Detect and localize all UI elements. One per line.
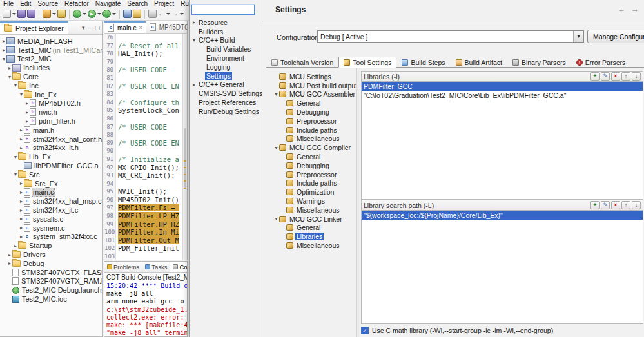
menu-refactor[interactable]: Refactor [61,0,92,8]
maximize-icon[interactable]: ▢ [94,24,100,31]
tree-item-stm32f4xx-it-c[interactable]: ▸stm32f4xx_it.c [0,206,102,215]
tree-item-builders[interactable]: Builders [190,27,262,36]
collapsed-arrow-icon[interactable]: ▸ [19,189,24,195]
tree-item-preprocessor[interactable]: Preprocessor [272,170,356,179]
library-search-path-list[interactable]: "${workspace_loc:/${ProjName}/Core/Lib_E… [361,210,643,324]
filter-input[interactable] [191,5,255,15]
tree-item-mcu-gcc-compiler[interactable]: ▾MCU GCC Compiler [272,143,356,152]
tab-build-steps[interactable]: Build Steps [396,57,450,68]
move-down-icon[interactable]: ↓ [632,201,641,209]
tree-item-environment[interactable]: Environment [190,53,262,63]
tree-item-resource[interactable]: ▸Resource [190,18,262,27]
tree-item-system-stm32f4xx-c[interactable]: ▸system_stm32f4xx.c [0,233,102,242]
tree-item-optimization[interactable]: Optimization [272,188,356,197]
code-line[interactable]: 101PDMFilter.Out_M [104,236,182,245]
menu-edit[interactable]: Edit [17,0,34,8]
manage-configurations-button[interactable]: Manage Configurations... [587,30,644,43]
build-icon[interactable] [43,10,56,18]
expanded-arrow-icon[interactable]: ▾ [19,91,24,97]
tree-item-stm32f4xx-hal-conf-h[interactable]: ▸stm32f4xx_hal_conf.h [0,135,102,144]
code-line[interactable]: 95NVIC_Init(); [104,188,182,196]
code-line[interactable]: 94 [104,180,182,188]
collapsed-arrow-icon[interactable]: ▸ [19,207,24,213]
tree-item-main-c[interactable]: ▸main.c [0,188,102,197]
tree-item-src[interactable]: ▾Src [0,170,102,179]
expanded-arrow-icon[interactable]: ▾ [13,82,18,88]
tree-item-startup[interactable]: ▸Startup [0,241,102,250]
tree-item-run-debug-settings[interactable]: Run/Debug Settings [190,107,262,116]
tree-item-c-c-build[interactable]: ▾C/C++ Build [190,36,262,45]
code-line[interactable]: 86 [104,115,182,123]
back-icon[interactable]: ← [158,10,170,18]
collapsed-arrow-icon[interactable]: ▸ [19,145,24,151]
collapsed-arrow-icon[interactable]: ▸ [19,198,24,204]
tree-item-media-inflash[interactable]: ▸MEDIA_InFLASH [0,37,102,46]
collapsed-arrow-icon[interactable]: ▸ [24,110,30,115]
code-line[interactable]: 96MP45DT02_Init() [104,196,182,204]
collapsed-arrow-icon[interactable]: ▸ [13,243,18,249]
tree-item-mcu-post-build-outputs[interactable]: MCU Post build outputs [272,81,356,90]
tree-item-test2-mic-ioc[interactable]: Test2_MIC.ioc [0,294,102,303]
code-line[interactable]: 100PDMFilter.In_Mi [104,228,182,236]
code-line[interactable]: 91/* Initialize a [104,155,182,164]
tree-item-sysmem-c[interactable]: ▸sysmem.c [0,224,102,233]
save-icon[interactable] [17,10,26,18]
tree-item-stm32f407vgtx-flash-ld[interactable]: STM32F407VGTX_FLASH.ld [0,268,102,277]
tab-error-parsers[interactable]: Error Parsers [571,57,630,68]
forward-icon[interactable]: → [631,5,639,14]
debug-icon[interactable] [73,10,86,18]
tab-toolchain-version[interactable]: Toolchain Version [266,57,338,68]
collapsed-arrow-icon[interactable]: ▸ [1,47,6,53]
close-icon[interactable]: × [139,24,142,31]
new-c-source-icon[interactable] [123,10,132,18]
collapsed-arrow-icon[interactable]: ▸ [19,127,24,133]
minimize-icon[interactable]: – [88,24,91,31]
code-line[interactable]: 79 [104,58,182,66]
tree-item-debug[interactable]: ▸Debug [0,259,102,268]
code-line[interactable]: 89/* USER CODE EN [104,139,182,148]
tree-item-mcu-settings[interactable]: MCU Settings [272,72,356,81]
tree-item-general[interactable]: General [272,99,356,108]
edit-icon[interactable]: ✎ [601,72,610,81]
tree-item-stm32f407vgtx-ram-ld[interactable]: STM32F407VGTX_RAM.ld [0,277,102,286]
delete-icon[interactable]: × [611,201,620,209]
menu-file[interactable]: File [0,0,17,8]
save-all-icon[interactable] [27,10,35,18]
tree-item-miscellaneous[interactable]: Miscellaneous [272,241,356,250]
tab-tool-settings[interactable]: Tool Settings [338,57,396,68]
tree-item-main-h[interactable]: ▸main.h [0,126,102,135]
tree-item-settings[interactable]: Settings [190,72,262,81]
collapsed-arrow-icon[interactable]: ▸ [24,101,30,106]
list-item[interactable]: "C:\IoT02\Graduation\Test2_MIC\Core\Lib_… [362,91,643,100]
move-up-icon[interactable]: ↑ [621,201,630,209]
collapsed-arrow-icon[interactable]: ▸ [19,225,24,231]
expanded-arrow-icon[interactable]: ▾ [273,145,279,151]
code-line[interactable]: 88 [104,131,182,139]
expanded-arrow-icon[interactable]: ▾ [13,171,18,177]
tree-item-preprocessor[interactable]: Preprocessor [272,117,356,126]
collapsed-arrow-icon[interactable]: ▸ [19,180,24,186]
delete-icon[interactable]: × [611,72,620,81]
tree-item-test2-mic[interactable]: ▾Test2_MIC [0,55,102,64]
tool-tree-scrollbar[interactable] [356,68,360,337]
forward-icon[interactable]: → [171,10,184,18]
external-tools-icon[interactable] [102,10,116,18]
tree-item-src-ex[interactable]: ▸Src_Ex [0,179,102,188]
code-line[interactable]: 97PDMFilter.Fs = [104,204,182,212]
add-icon[interactable]: + [590,201,600,209]
tree-item-logging[interactable]: Logging [190,63,262,72]
code-line[interactable]: 87/* USER CODE [104,123,182,131]
editor-scrollbar[interactable] [182,34,187,260]
edit-icon[interactable]: ✎ [601,201,610,209]
expanded-arrow-icon[interactable]: ▾ [273,91,279,97]
code-line[interactable]: 81 [104,74,182,82]
project-explorer-tab[interactable]: Project Explorer [0,21,68,34]
scrollbar-thumb[interactable] [184,128,186,187]
code-line[interactable]: 78HAL_Init(); [104,50,182,58]
tree-item-mp45dt02-h[interactable]: ▸MP45DT02.h [0,99,102,108]
search-icon[interactable] [133,10,141,18]
collapsed-arrow-icon[interactable]: ▸ [19,234,24,240]
add-icon[interactable]: + [590,72,600,81]
code-line[interactable]: 83 [104,90,182,99]
menu-search[interactable]: Search [124,0,151,8]
